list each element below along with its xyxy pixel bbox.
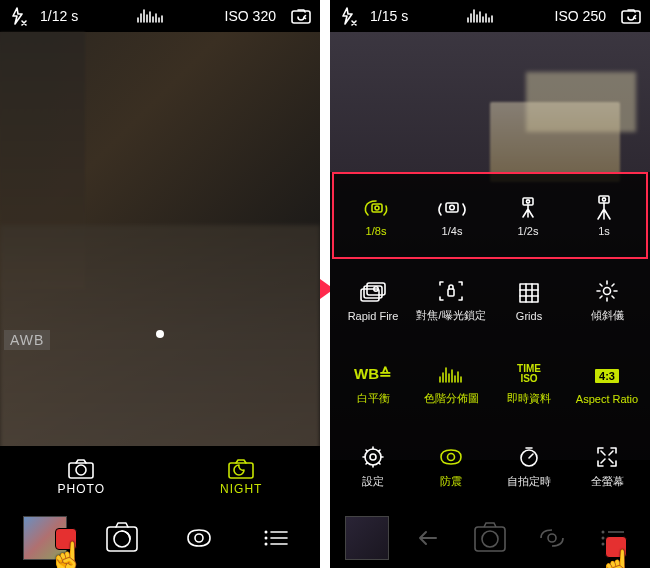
item-label: 色階分佈圖 [424, 391, 479, 406]
exposure-1-8s[interactable]: 1/8s [341, 195, 411, 237]
mode-night[interactable]: NIGHT [220, 458, 262, 496]
rapid-fire[interactable]: Rapid Fire [338, 280, 408, 322]
gallery-thumb[interactable] [336, 516, 398, 560]
capture-row: Rapid Fire 對焦/曝光鎖定 Grids 傾斜儀 [330, 259, 650, 342]
fullscreen[interactable]: 全螢幕 [572, 444, 642, 489]
scene-building [490, 102, 620, 182]
back-button[interactable] [398, 528, 460, 548]
iso-value[interactable]: ISO 320 [225, 8, 276, 24]
svg-rect-26 [448, 289, 454, 296]
wb-icon: WB≙ [354, 361, 392, 387]
switch-camera-icon[interactable] [620, 7, 642, 25]
flash-off-icon[interactable] [338, 7, 356, 25]
shutter-button[interactable] [459, 518, 521, 558]
stabilize-button[interactable] [160, 523, 237, 553]
comparison-stage: 1/12 s ISO 320 AWB PHOTO [0, 0, 650, 568]
exposure-1s[interactable]: 1s [569, 195, 639, 237]
exposure-row: 1/8s 1/4s 1/2s 1s [332, 172, 648, 259]
stabilize-button[interactable] [521, 523, 583, 553]
tripod-short-icon [516, 195, 540, 221]
histogram-icon[interactable] [136, 8, 166, 24]
svg-point-11 [264, 543, 267, 546]
item-label: Grids [516, 310, 542, 322]
histogram-icon[interactable] [466, 8, 496, 24]
handheld-icon [361, 195, 391, 221]
menu-button[interactable] [237, 528, 314, 548]
exposure-label: 1/8s [366, 225, 387, 237]
mode-photo[interactable]: PHOTO [58, 458, 105, 496]
info-row: WB≙ 白平衡 色階分佈圖 TIMEISO 即時資料 4:3 Aspect Ra… [330, 342, 650, 425]
histogram-bars-icon [437, 361, 465, 387]
expand-icon [595, 444, 619, 470]
exposure-label: 1/4s [442, 225, 463, 237]
settings-overlay: 1/8s 1/4s 1/2s 1s Rapid Fire [330, 172, 650, 508]
svg-point-36 [602, 531, 605, 534]
svg-rect-16 [446, 203, 458, 212]
screenshot-left: 1/12 s ISO 320 AWB PHOTO [0, 0, 320, 568]
top-bar: 1/12 s ISO 320 [0, 0, 320, 32]
exposure-1-2s[interactable]: 1/2s [493, 195, 563, 237]
anti-shake[interactable]: 防震 [416, 444, 486, 489]
awb-badge[interactable]: AWB [4, 330, 50, 350]
svg-point-17 [450, 205, 455, 210]
shutter-speed[interactable]: 1/12 s [40, 8, 78, 24]
focus-indicator-dot [156, 330, 164, 338]
gallery-thumb[interactable]: ☝ [6, 516, 83, 560]
compass-icon [595, 278, 619, 304]
exposure-1-4s[interactable]: 1/4s [417, 195, 487, 237]
tripod-tall-icon [592, 195, 616, 221]
item-label: 對焦/曝光鎖定 [416, 308, 485, 323]
self-timer[interactable]: 自拍定時 [494, 444, 564, 489]
lock-target-icon [438, 278, 464, 304]
aspect-ratio[interactable]: 4:3 Aspect Ratio [572, 363, 642, 405]
gallery-thumbnail-image [345, 516, 389, 560]
flash-off-icon[interactable] [8, 7, 26, 25]
realtime-info[interactable]: TIMEISO 即時資料 [494, 361, 564, 406]
system-row: 設定 防震 自拍定時 全螢幕 [330, 425, 650, 508]
settings[interactable]: 設定 [338, 444, 408, 489]
iso-value[interactable]: ISO 250 [555, 8, 606, 24]
item-label: 自拍定時 [507, 474, 551, 489]
level-gauge[interactable]: 傾斜儀 [572, 278, 642, 323]
svg-point-7 [264, 531, 267, 534]
grids[interactable]: Grids [494, 280, 564, 322]
histogram-item[interactable]: 色階分佈圖 [416, 361, 486, 406]
svg-rect-20 [599, 196, 609, 203]
night-camera-icon [226, 458, 256, 480]
svg-point-2 [76, 465, 86, 475]
svg-point-19 [526, 199, 529, 202]
mode-label: PHOTO [58, 482, 105, 496]
mode-row: PHOTO NIGHT [0, 446, 320, 508]
svg-point-30 [370, 454, 376, 460]
menu-button[interactable]: ☝ [582, 528, 644, 548]
item-label: 即時資料 [507, 391, 551, 406]
svg-point-35 [548, 534, 556, 542]
shutter-speed[interactable]: 1/15 s [370, 8, 408, 24]
mode-label: NIGHT [220, 482, 262, 496]
exposure-label: 1s [598, 225, 610, 237]
item-label: Aspect Ratio [576, 393, 638, 405]
svg-rect-13 [622, 11, 640, 23]
svg-rect-0 [292, 11, 310, 23]
shutter-button[interactable] [83, 518, 160, 558]
viewfinder[interactable]: AWB [0, 32, 320, 460]
svg-point-31 [448, 454, 455, 461]
svg-point-28 [604, 288, 611, 295]
bottom-toolbar: ☝ [0, 508, 320, 568]
svg-point-6 [195, 534, 203, 542]
stabilize-icon [438, 444, 464, 470]
svg-point-15 [375, 206, 379, 210]
white-balance[interactable]: WB≙ 白平衡 [338, 361, 408, 406]
focus-exposure-lock[interactable]: 對焦/曝光鎖定 [416, 278, 486, 323]
switch-camera-icon[interactable] [290, 7, 312, 25]
exposure-label: 1/2s [518, 225, 539, 237]
gallery-thumbnail-image [23, 516, 67, 560]
camera-icon [66, 458, 96, 480]
svg-point-38 [602, 537, 605, 540]
svg-point-40 [602, 543, 605, 546]
top-bar: 1/15 s ISO 250 [330, 0, 650, 32]
svg-rect-27 [520, 284, 538, 302]
item-label: 傾斜儀 [591, 308, 624, 323]
svg-rect-18 [523, 198, 533, 205]
svg-point-21 [602, 197, 605, 200]
